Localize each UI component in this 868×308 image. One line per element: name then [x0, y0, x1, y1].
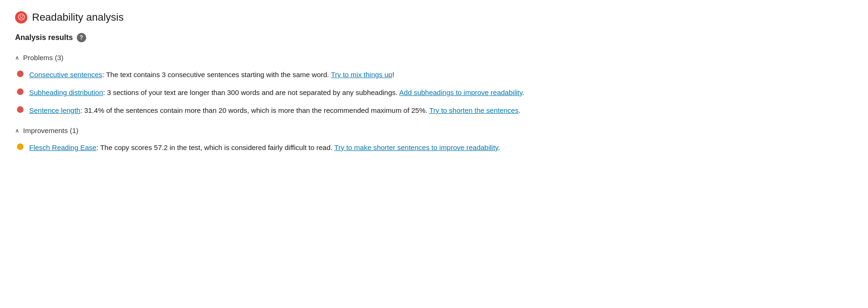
sentence-length-body: : 31.4% of the sentences contain more th… [80, 106, 429, 114]
flesch-reading-ease-body: : The copy scores 57.2 in the test, whic… [97, 143, 334, 151]
problem-item-sentence-length: Sentence length: 31.4% of the sentences … [15, 105, 853, 116]
improvement-item-flesch-reading-ease: Flesch Reading Ease: The copy scores 57.… [15, 142, 853, 153]
problem-item-subheading-distribution: Subheading distribution: 3 sections of y… [15, 87, 853, 98]
problem-text-consecutive-sentences: Consecutive sentences: The text contains… [29, 69, 853, 80]
consecutive-sentences-action-link[interactable]: Try to mix things up [331, 71, 392, 79]
problem-text-sentence-length: Sentence length: 31.4% of the sentences … [29, 105, 853, 116]
problems-chevron-icon: ∧ [15, 55, 19, 61]
problem-text-subheading-distribution: Subheading distribution: 3 sections of y… [29, 87, 853, 98]
improvements-chevron-icon: ∧ [15, 127, 19, 134]
sentence-length-link[interactable]: Sentence length [29, 106, 80, 114]
subheading-distribution-action-link[interactable]: Add subheadings to improve readability [399, 88, 523, 96]
help-icon[interactable] [77, 33, 86, 42]
page-title: Readability analysis [32, 11, 123, 24]
subheading-distribution-link[interactable]: Subheading distribution [29, 88, 103, 96]
consecutive-sentences-body: : The text contains 3 consecutive senten… [102, 71, 331, 79]
sentence-length-after: . [519, 106, 520, 114]
analysis-results-label: Analysis results [15, 33, 73, 42]
sad-face-icon [15, 11, 27, 24]
analysis-results-header-row: Analysis results [15, 33, 853, 42]
improvements-section-label: Improvements (1) [23, 126, 79, 134]
consecutive-sentences-after: ! [392, 71, 394, 79]
sentence-length-action-link[interactable]: Try to shorten the sentences [429, 106, 519, 114]
subheading-distribution-body: : 3 sections of your text are longer tha… [103, 88, 399, 96]
improvement-dot-orange-1 [17, 143, 24, 150]
consecutive-sentences-link[interactable]: Consecutive sentences [29, 71, 102, 79]
flesch-reading-ease-link[interactable]: Flesch Reading Ease [29, 143, 97, 151]
problems-section-toggle[interactable]: ∧ Problems (3) [15, 50, 853, 65]
problem-dot-red-2 [17, 88, 24, 95]
flesch-reading-ease-after: . [498, 143, 500, 151]
problem-dot-red-3 [17, 106, 24, 113]
problems-section-label: Problems (3) [23, 54, 64, 62]
improvement-text-flesch-reading-ease: Flesch Reading Ease: The copy scores 57.… [29, 142, 853, 153]
subheading-distribution-after: . [522, 88, 524, 96]
problem-item-consecutive-sentences: Consecutive sentences: The text contains… [15, 69, 853, 80]
flesch-reading-ease-action-link[interactable]: Try to make shorter sentences to improve… [334, 143, 498, 151]
page-title-row: Readability analysis [15, 11, 853, 24]
improvements-section-toggle[interactable]: ∧ Improvements (1) [15, 123, 853, 138]
problem-dot-red-1 [17, 71, 24, 77]
